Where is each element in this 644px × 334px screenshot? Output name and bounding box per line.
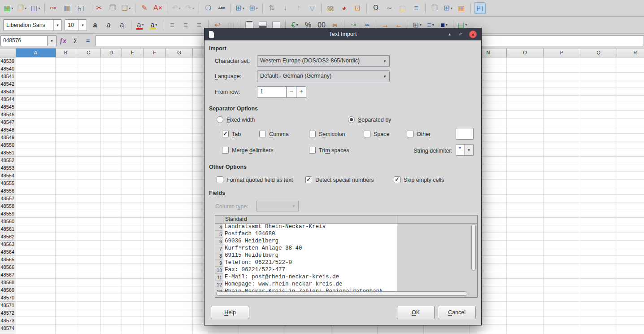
save-icon[interactable]: ◫▾ xyxy=(30,2,41,14)
scrollbar-thumb[interactable] xyxy=(471,224,476,271)
chevron-down-icon[interactable]: ▾ xyxy=(12,6,13,10)
row-header-48557[interactable]: 48557 xyxy=(0,195,16,202)
preview-row[interactable]: 5Postfach 104680 xyxy=(215,231,477,238)
other-separator-input[interactable] xyxy=(456,128,474,140)
row-header-48542[interactable]: 48542 xyxy=(0,80,16,88)
detect-special-numbers-checkbox[interactable]: Detect special numbers xyxy=(305,176,374,183)
column-header-a[interactable]: A xyxy=(16,48,56,57)
chevron-down-icon[interactable]: ▾ xyxy=(420,23,422,27)
checkbox-icon[interactable] xyxy=(407,131,413,137)
chevron-down-icon[interactable]: ▾ xyxy=(179,6,181,10)
row-header-48563[interactable]: 48563 xyxy=(0,241,16,248)
checkbox-icon[interactable] xyxy=(222,131,229,137)
chevron-down-icon[interactable]: ▾ xyxy=(256,6,258,10)
export-pdf-icon[interactable]: PDF xyxy=(48,2,60,14)
clear-formatting-icon[interactable]: A× xyxy=(152,2,164,14)
radio-icon[interactable] xyxy=(217,116,223,123)
print-icon[interactable]: ▥ xyxy=(61,2,73,14)
underline-icon[interactable]: a xyxy=(116,19,128,31)
insert-row-icon[interactable]: ⊞▾ xyxy=(234,2,246,14)
row-header-48549[interactable]: 48549 xyxy=(0,134,16,141)
row-header-48544[interactable]: 48544 xyxy=(0,96,16,103)
font-color-icon[interactable]: a▾ xyxy=(135,19,146,31)
row-header-48558[interactable]: 48558 xyxy=(0,202,16,210)
font-name-combo[interactable]: Liberation Sans ▾ xyxy=(3,19,62,31)
row-header-48573[interactable]: 48573 xyxy=(0,317,16,325)
row-header-48567[interactable]: 48567 xyxy=(0,271,16,279)
tab-checkbox[interactable]: Tab xyxy=(222,131,241,137)
preview-horizontal-scrollbar[interactable] xyxy=(216,291,470,296)
shade-icon[interactable]: ▴ xyxy=(446,31,453,38)
bold-icon[interactable]: a xyxy=(89,19,101,31)
new-spreadsheet-icon[interactable]: ▦▾ xyxy=(3,2,14,14)
row-header-48565[interactable]: 48565 xyxy=(0,256,16,264)
row-header-48546[interactable]: 48546 xyxy=(0,111,16,119)
close-icon[interactable]: × xyxy=(469,31,477,38)
preview-row[interactable]: 4Landratsamt Rhein-Neckar-Kreis xyxy=(215,224,477,231)
row-header-48566[interactable]: 48566 xyxy=(0,264,16,271)
sort-icon[interactable]: ⇅ xyxy=(266,2,278,14)
row-header-48545[interactable]: 48545 xyxy=(0,103,16,111)
formula-icon[interactable]: = xyxy=(82,35,94,46)
fixed-width-radio[interactable]: Fixed width xyxy=(217,116,255,123)
row-header-48554[interactable]: 48554 xyxy=(0,172,16,180)
chevron-down-icon[interactable]: ▾ xyxy=(25,6,26,10)
column-header-q[interactable]: Q xyxy=(580,48,617,57)
insert-column-icon[interactable]: ⊞▾ xyxy=(248,2,259,14)
name-box-value[interactable]: 048576 xyxy=(0,35,47,46)
row-header-48564[interactable]: 48564 xyxy=(0,248,16,256)
insert-image-icon[interactable]: ▨ xyxy=(325,2,336,14)
preview-row[interactable]: 10Fax: 06221/522-477 xyxy=(215,267,477,274)
language-dropdown[interactable]: Default - German (Germany) ▾ xyxy=(257,70,390,82)
radio-icon[interactable] xyxy=(348,116,355,123)
name-box[interactable]: 048576 ▾ xyxy=(0,35,57,46)
checkbox-icon[interactable] xyxy=(309,131,316,137)
character-set-dropdown[interactable]: Western Europe (DOS/OS2-865/Nordic) ▾ xyxy=(257,55,390,67)
skip-empty-cells-checkbox[interactable]: Skip empty cells xyxy=(394,176,444,183)
preview-vertical-scrollbar[interactable] xyxy=(471,224,476,290)
string-delimiter-dropdown[interactable]: " ▾ xyxy=(456,144,474,156)
row-header-48540[interactable]: 48540 xyxy=(0,65,16,73)
sort-ascending-icon[interactable]: ↓ xyxy=(279,2,291,14)
checkbox-icon[interactable] xyxy=(305,176,312,183)
insert-comment-icon[interactable]: ▢ xyxy=(397,2,409,14)
column-header-c[interactable]: C xyxy=(76,48,101,57)
space-checkbox[interactable]: Space xyxy=(364,131,389,137)
row-header-48572[interactable]: 48572 xyxy=(0,309,16,317)
row-header-48543[interactable]: 48543 xyxy=(0,88,16,96)
italic-icon[interactable]: a xyxy=(103,19,114,31)
cancel-button[interactable]: Cancel xyxy=(438,306,476,319)
copy-icon[interactable]: ❐ xyxy=(107,2,118,14)
spelling-icon[interactable]: Abc xyxy=(216,2,227,14)
checkbox-icon[interactable] xyxy=(364,131,370,137)
function-wizard-icon[interactable]: ƒx xyxy=(57,35,69,46)
chevron-down-icon[interactable]: ▾ xyxy=(39,6,40,10)
trim-spaces-checkbox[interactable]: Trim spaces xyxy=(309,147,349,154)
sort-descending-icon[interactable]: ↑ xyxy=(293,2,305,14)
row-header-48555[interactable]: 48555 xyxy=(0,180,16,187)
headers-footers-icon[interactable]: ≡ xyxy=(410,2,422,14)
row-header-48553[interactable]: 48553 xyxy=(0,164,16,172)
show-draw-functions-icon[interactable]: ◰ xyxy=(474,2,486,14)
preview-row[interactable]: 12Homepage: www.rhein-neckar-kreis.de xyxy=(215,281,477,288)
cut-icon[interactable]: ✂ xyxy=(93,2,105,14)
checkbox-icon[interactable] xyxy=(217,176,223,183)
row-header-48560[interactable]: 48560 xyxy=(0,218,16,225)
find-replace-icon[interactable]: ❍ xyxy=(202,2,214,14)
row-header-48547[interactable]: 48547 xyxy=(0,119,16,126)
comma-checkbox[interactable]: Comma xyxy=(259,131,289,137)
chevron-down-icon[interactable]: ▾ xyxy=(155,23,157,27)
redo-icon[interactable]: ↷▾ xyxy=(184,2,196,14)
chevron-down-icon[interactable]: ▾ xyxy=(47,35,57,46)
align-center-icon[interactable]: ≡ xyxy=(180,19,191,31)
chevron-down-icon[interactable]: ▾ xyxy=(53,20,61,31)
help-button[interactable]: Help xyxy=(211,306,249,319)
checkbox-icon[interactable] xyxy=(259,131,266,137)
chevron-down-icon[interactable]: ▾ xyxy=(451,6,453,10)
row-header-48569[interactable]: 48569 xyxy=(0,286,16,294)
column-header-d[interactable]: D xyxy=(101,48,122,57)
column-header-g[interactable]: G xyxy=(166,48,193,57)
row-header-48556[interactable]: 48556 xyxy=(0,187,16,195)
align-right-icon[interactable]: ≡ xyxy=(193,19,205,31)
preview-column-header[interactable]: Standard xyxy=(223,215,397,224)
